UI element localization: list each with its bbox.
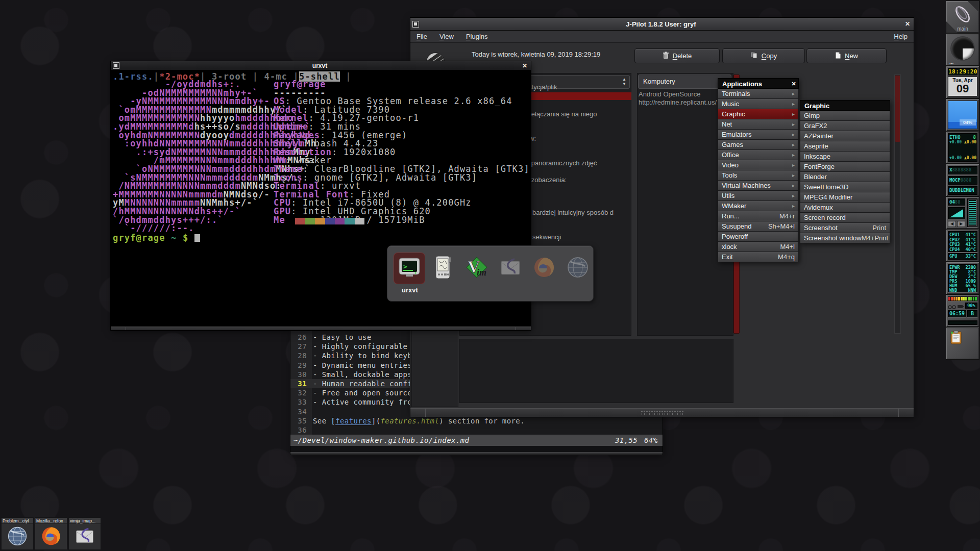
miniwindow-mail[interactable]: vimja_imap... bbox=[68, 517, 101, 550]
urxvt-resizebar[interactable] bbox=[111, 327, 531, 330]
applications-menu-item-virtual-machines[interactable]: Virtual Machines▸ bbox=[718, 181, 799, 191]
submenu-arrow-icon: ▸ bbox=[792, 119, 795, 129]
applications-menu-item-graphic[interactable]: Graphic▸ bbox=[718, 109, 799, 119]
menu-shortcut: Print bbox=[872, 223, 886, 233]
applications-menu-item-games[interactable]: Games▸ bbox=[718, 140, 799, 150]
close-icon[interactable]: ✕ bbox=[520, 62, 529, 69]
graphic-submenu-item-fontforge[interactable]: FontForge bbox=[800, 162, 890, 172]
switcher-item-firefox[interactable] bbox=[528, 253, 560, 284]
vim-scroll-percent: 64% bbox=[644, 435, 658, 446]
jpilot-resizebar[interactable] bbox=[410, 408, 914, 417]
switcher-selected-label: urxvt bbox=[402, 286, 418, 294]
graphic-submenu-item-screenshot[interactable]: ScreenshotPrint bbox=[800, 223, 890, 233]
dock-clock-app[interactable]: 18:29:20Tue, Apr09 bbox=[946, 66, 979, 98]
close-icon[interactable]: ✕ bbox=[903, 20, 912, 28]
vim-line-number: 27 bbox=[290, 342, 307, 351]
svg-text:>_: >_ bbox=[403, 263, 411, 271]
dock-cpu-temp-app[interactable]: CPU141°CCPU241°CCPU341°CCPU440°CGPU33°C bbox=[946, 230, 979, 261]
switcher-item-urxvt[interactable]: >_ bbox=[394, 253, 425, 284]
graphic-submenu-item-aseprite[interactable]: Aseprite bbox=[800, 141, 890, 152]
clipboard-icon bbox=[950, 330, 962, 346]
graphic-submenu-item-gimp[interactable]: Gimp bbox=[800, 111, 890, 121]
applications-menu-item-poweroff[interactable]: Poweroff bbox=[718, 232, 799, 242]
graphic-submenu-item-blender[interactable]: Blender bbox=[800, 172, 890, 182]
graphic-submenu-item-screenshot-window[interactable]: Screenshot windowM4+Print bbox=[800, 233, 890, 243]
applications-menu-item-terminals[interactable]: Terminals▸ bbox=[718, 89, 799, 99]
dock-ticker-app[interactable]: ETHO8▼0.00 ▲0.00▼0.00 ▲0.00 bbox=[946, 132, 979, 163]
battery-gradient-bar bbox=[948, 296, 977, 301]
switcher-item-mail[interactable] bbox=[495, 253, 526, 284]
miniwindow-globe[interactable]: Problem...ctyl bbox=[1, 517, 34, 550]
copy-button[interactable]: Copy bbox=[722, 48, 805, 63]
chevron-up-down-icon[interactable]: ▲▼ bbox=[622, 77, 626, 86]
miniaturize-icon[interactable] bbox=[113, 62, 119, 69]
color-swatch bbox=[355, 218, 364, 224]
applications-menu-item-exit[interactable]: ExitM4+q bbox=[718, 252, 799, 262]
menu-view[interactable]: View bbox=[439, 33, 454, 40]
applications-menu-title[interactable]: Applications✕ bbox=[718, 78, 799, 89]
svg-text:im: im bbox=[477, 267, 486, 278]
menu-help[interactable]: Help bbox=[894, 33, 908, 40]
submenu-arrow-icon: ▸ bbox=[792, 181, 795, 190]
memo-text-line: w bardziej intuicyjny sposób d bbox=[526, 209, 614, 216]
memo-text-line: e zobaczenia: bbox=[526, 176, 567, 184]
firefox-icon bbox=[40, 525, 62, 549]
applications-menu-item-tools[interactable]: Tools▸ bbox=[718, 170, 799, 181]
memo-text-line: a panoramicznych zdjęć bbox=[526, 159, 597, 167]
close-icon[interactable]: ✕ bbox=[789, 79, 798, 88]
delete-button[interactable]: Delete bbox=[634, 48, 720, 63]
graphic-submenu-item-mpeg4-modifier[interactable]: MPEG4 Modifier bbox=[800, 192, 890, 203]
applications-menu-item-xlock[interactable]: xlockM4+l bbox=[718, 242, 799, 252]
applications-menu-item-office[interactable]: Office▸ bbox=[718, 150, 799, 160]
miniwindow-firefox[interactable]: Mozilla...refox bbox=[35, 517, 67, 550]
circle-icon bbox=[951, 37, 974, 60]
vim-command-line bbox=[290, 446, 663, 452]
clip-workspace-label: main bbox=[946, 26, 979, 32]
menu-plugins[interactable]: Plugins bbox=[466, 33, 488, 40]
dock-weather-app[interactable]: EPWR2300TMP8°CDEW2°CPRS1009HUM65 %WNDNNW bbox=[946, 262, 979, 294]
graphic-submenu-item-avidemux[interactable]: Avidemux bbox=[800, 203, 890, 213]
neofetch-info: gryf@rage---------OS: Gentoo Base System… bbox=[274, 80, 530, 224]
graphic-submenu-item-inkscape[interactable]: Inkscape bbox=[800, 152, 890, 162]
weather-screen: EPWR2300TMP8°CDEW2°CPRS1009HUM65 %WNDNNW bbox=[948, 264, 977, 292]
dock-battery-app[interactable]: 90%06:59B bbox=[946, 295, 979, 327]
clock-calendar: Tue, Apr09 bbox=[948, 77, 977, 96]
applications-menu-item-emulators[interactable]: Emulators▸ bbox=[718, 130, 799, 140]
dock-lcd-rows-app[interactable]: 88888888X88888888MOCP88888888BUBBLEMON bbox=[946, 164, 979, 196]
applications-menu-item-music[interactable]: Music▸ bbox=[718, 99, 799, 109]
menu-file[interactable]: File bbox=[416, 33, 427, 40]
dock-circle-app[interactable]: ... bbox=[946, 34, 979, 65]
jpilot-titlebar[interactable]: J-Pilot 1.8.2 User: gryf ✕ bbox=[410, 18, 914, 31]
resize-grip-icon[interactable] bbox=[641, 410, 684, 415]
globe-icon bbox=[6, 525, 29, 549]
applications-menu-item-video[interactable]: Video▸ bbox=[718, 160, 799, 170]
switcher-item-globe[interactable] bbox=[562, 253, 594, 284]
applications-menu-item-susupend[interactable]: SusupendSh+M4+l bbox=[718, 221, 799, 232]
applications-menu-item-wmaker[interactable]: WMaker▸ bbox=[718, 201, 799, 211]
graphic-submenu-title[interactable]: Graphic bbox=[800, 100, 890, 111]
graphic-submenu-item-screen-record[interactable]: Screen record bbox=[800, 213, 890, 223]
dock-mixer-app[interactable]: 888804◀▶ bbox=[946, 197, 979, 229]
applications-menu-item-run-[interactable]: Run...M4+r bbox=[718, 211, 799, 221]
switcher-item-jpilot[interactable] bbox=[427, 253, 459, 284]
miniaturize-icon[interactable] bbox=[412, 21, 419, 28]
applications-menu-item-utils[interactable]: Utils▸ bbox=[718, 191, 799, 201]
new-button[interactable]: New bbox=[806, 48, 887, 63]
vim-line: 35See [features](features.html) section … bbox=[290, 416, 663, 425]
arrow-right-button[interactable]: ▶ bbox=[957, 221, 965, 227]
dock-clip[interactable]: main bbox=[946, 1, 979, 33]
applications-menu-item-net[interactable]: Net▸ bbox=[718, 119, 799, 130]
battery-icon bbox=[957, 303, 964, 309]
graphic-submenu-item-sweethome3d[interactable]: SweetHome3D bbox=[800, 182, 890, 192]
switcher-item-vim[interactable]: Vim bbox=[461, 253, 493, 284]
graphic-submenu-item-azpainter[interactable]: AZPainter bbox=[800, 131, 890, 141]
urxvt-titlebar[interactable]: urxvt ✕ bbox=[111, 61, 531, 70]
mixer-buttons: ◀▶ bbox=[948, 221, 965, 227]
graphic-submenu-item-grafx2[interactable]: GraFX2 bbox=[800, 121, 890, 131]
dock-meter-app[interactable]: 04% bbox=[946, 99, 979, 131]
vim-line-number: 36 bbox=[290, 425, 307, 435]
arrow-left-button[interactable]: ◀ bbox=[948, 221, 956, 227]
jpilot-vertical-scrollbar[interactable] bbox=[894, 74, 901, 334]
dock-jpilot-appicon[interactable] bbox=[946, 328, 979, 359]
clock-date: 09 bbox=[948, 83, 977, 94]
